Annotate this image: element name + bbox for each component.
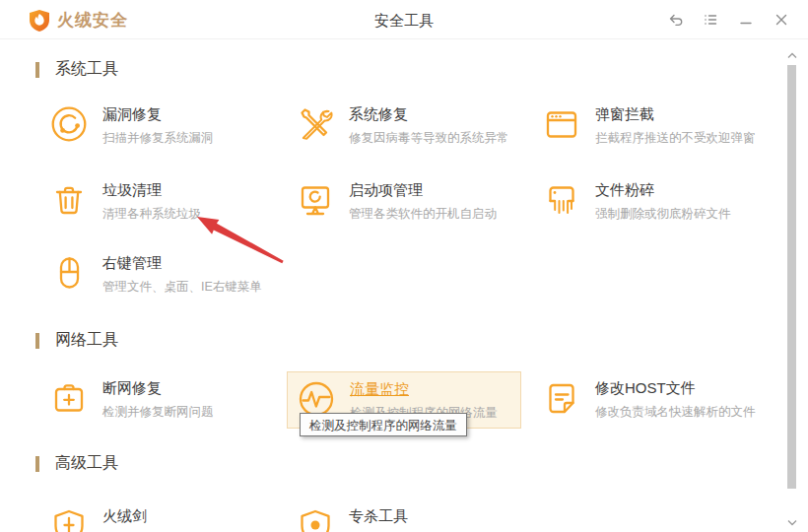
first-aid-icon bbox=[49, 378, 89, 418]
tool-network-repair[interactable]: 断网修复 检测并修复断网问题 bbox=[49, 378, 288, 420]
section-header-system-tools: 系统工具 bbox=[35, 59, 118, 80]
section-label: 系统工具 bbox=[55, 59, 118, 80]
section-bar bbox=[35, 333, 39, 349]
tool-subtitle: 扫描并修复系统漏洞 bbox=[102, 131, 214, 146]
tool-title: 弹窗拦截 bbox=[595, 105, 756, 123]
tool-popup-block[interactable]: 弹窗拦截 拦截程序推送的不受欢迎弹窗 bbox=[542, 104, 780, 146]
scroll-up-button[interactable] bbox=[784, 49, 800, 61]
tool-subtitle: 管理各类软件的开机自启动 bbox=[349, 207, 497, 222]
shield-tool-icon bbox=[296, 506, 335, 532]
tool-junk-clean[interactable]: 垃圾清理 清理各种系统垃圾 bbox=[49, 180, 288, 222]
tool-huorong-sword[interactable]: 火绒剑 bbox=[49, 506, 288, 532]
popup-block-icon bbox=[542, 104, 581, 144]
scrollbar-thumb[interactable] bbox=[787, 65, 796, 489]
tool-edit-host-file[interactable]: 修改HOST文件 修改负责域名快速解析的文件 bbox=[542, 378, 780, 420]
tool-title: 漏洞修复 bbox=[102, 105, 214, 123]
tool-title: 专杀工具 bbox=[349, 507, 408, 525]
tool-vulnerability-fix[interactable]: 漏洞修复 扫描并修复系统漏洞 bbox=[49, 104, 288, 146]
tool-subtitle: 拦截程序推送的不受欢迎弹窗 bbox=[595, 131, 756, 146]
tool-title: 右键管理 bbox=[102, 254, 262, 272]
tool-title: 系统修复 bbox=[349, 105, 509, 123]
tool-file-shredder[interactable]: 文件粉碎 强制删除或彻底粉碎文件 bbox=[542, 180, 780, 222]
tool-subtitle: 管理文件、桌面、IE右键菜单 bbox=[102, 280, 262, 295]
tool-title: 断网修复 bbox=[102, 379, 214, 397]
menu-button[interactable] bbox=[702, 11, 719, 29]
tool-system-repair[interactable]: 系统修复 修复因病毒等导致的系统异常 bbox=[296, 104, 534, 146]
close-icon bbox=[774, 12, 789, 28]
tool-subtitle: 修复因病毒等导致的系统异常 bbox=[349, 131, 509, 146]
section-bar bbox=[35, 62, 39, 78]
tool-subtitle: 强制删除或彻底粉碎文件 bbox=[595, 207, 731, 222]
tool-title: 文件粉碎 bbox=[595, 181, 731, 199]
section-label: 网络工具 bbox=[55, 330, 118, 351]
minimize-button[interactable] bbox=[737, 11, 755, 29]
system-repair-icon bbox=[296, 104, 335, 144]
section-header-advanced-tools: 高级工具 bbox=[35, 453, 118, 474]
startup-manager-icon bbox=[296, 180, 335, 220]
close-button[interactable] bbox=[773, 11, 790, 29]
chevron-up-icon bbox=[787, 52, 797, 59]
tool-startup-manager[interactable]: 启动项管理 管理各类软件的开机自启动 bbox=[296, 180, 534, 222]
scroll-down-button[interactable] bbox=[784, 516, 800, 528]
tool-title: 流量监控 bbox=[350, 380, 498, 398]
tool-specialized-removal[interactable]: 专杀工具 bbox=[296, 506, 534, 532]
huorong-security-tools-window: 火绒安全 安全工具 系统工具 bbox=[0, 0, 808, 532]
tool-title: 修改HOST文件 bbox=[595, 379, 756, 397]
list-menu-icon bbox=[703, 12, 718, 28]
section-header-network-tools: 网络工具 bbox=[35, 330, 118, 351]
chevron-down-icon bbox=[787, 519, 797, 526]
tool-context-menu-manager[interactable]: 右键管理 管理文件、桌面、IE右键菜单 bbox=[49, 253, 288, 295]
tooltip: 检测及控制程序的网络流量 bbox=[300, 413, 467, 436]
page-title: 安全工具 bbox=[0, 12, 808, 31]
tool-subtitle: 清理各种系统垃圾 bbox=[102, 207, 201, 222]
section-label: 高级工具 bbox=[55, 453, 118, 474]
titlebar: 火绒安全 安全工具 bbox=[0, 0, 808, 39]
tool-subtitle: 修改负责域名快速解析的文件 bbox=[595, 405, 756, 420]
back-button[interactable] bbox=[666, 11, 684, 29]
tool-title: 火绒剑 bbox=[102, 507, 147, 525]
tool-title: 启动项管理 bbox=[349, 181, 497, 199]
shield-sword-icon bbox=[49, 506, 89, 532]
tool-subtitle: 检测并修复断网问题 bbox=[102, 405, 214, 420]
back-arrow-icon bbox=[667, 12, 684, 28]
file-shredder-icon bbox=[542, 180, 581, 220]
minimize-icon bbox=[738, 12, 754, 28]
tool-title: 垃圾清理 bbox=[102, 181, 201, 199]
section-bar bbox=[35, 456, 39, 472]
junk-clean-icon bbox=[49, 180, 89, 220]
vulnerability-fix-icon bbox=[49, 104, 89, 144]
mouse-icon bbox=[49, 253, 89, 293]
document-icon bbox=[542, 378, 581, 418]
